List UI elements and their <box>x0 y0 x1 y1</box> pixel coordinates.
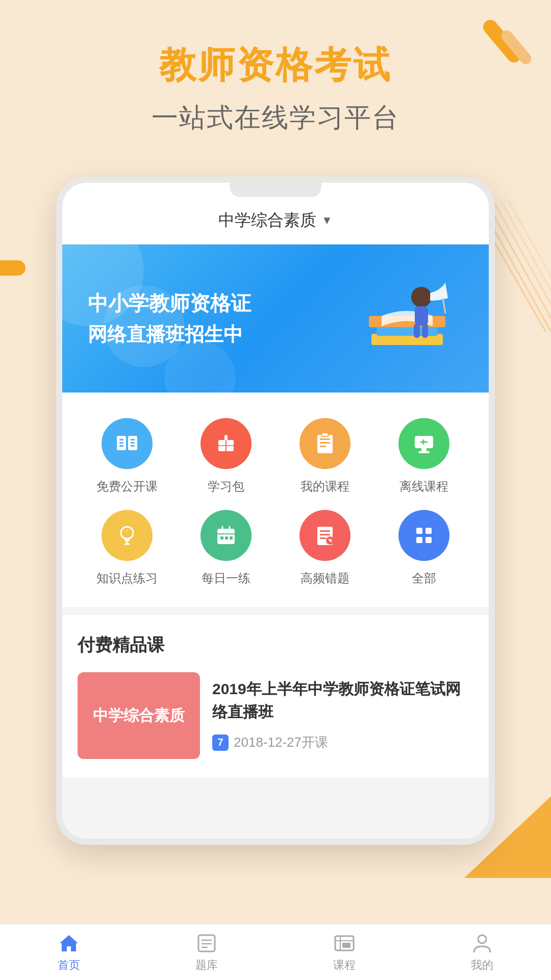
nav-questions-label: 题库 <box>195 958 218 973</box>
nav-item-mine[interactable]: 我的 <box>413 924 551 980</box>
learning-pack-icon <box>201 418 252 469</box>
nav-course-label: 课程 <box>333 958 356 973</box>
svg-rect-58 <box>425 528 432 534</box>
category-bar[interactable]: 中学综合素质 ▼ <box>62 197 489 244</box>
course-thumbnail: 中学综合素质 <box>78 672 200 759</box>
svg-rect-33 <box>321 433 329 436</box>
svg-rect-31 <box>320 442 330 444</box>
grid-item-learning-pack[interactable]: 学习包 <box>185 413 267 500</box>
offline-course-label: 离线课程 <box>399 478 448 495</box>
grid-item-offline-course[interactable]: 离线课程 <box>383 413 465 500</box>
svg-rect-49 <box>230 536 233 540</box>
nav-home-label: 首页 <box>58 958 80 973</box>
grid-item-daily-practice[interactable]: 每日一练 <box>185 505 267 592</box>
knowledge-label: 知识点练习 <box>96 570 158 586</box>
grid-row-2: 知识点练习 <box>78 505 473 592</box>
grid-row-1: 免费公开课 学习包 <box>78 413 473 500</box>
banner-illustration <box>361 267 463 370</box>
course-date: 7 2018-12-27开课 <box>212 733 473 751</box>
grid-item-my-course[interactable]: 我的课程 <box>284 413 366 500</box>
section-divider <box>62 607 489 615</box>
questions-icon <box>195 932 218 954</box>
my-course-icon <box>299 418 350 469</box>
nav-item-home[interactable]: 首页 <box>0 924 138 980</box>
svg-rect-57 <box>416 528 422 534</box>
frequent-errors-label: 高频错题 <box>300 570 349 586</box>
date-icon: 7 <box>212 734 229 751</box>
svg-rect-14 <box>415 306 428 326</box>
my-course-label: 我的课程 <box>300 478 349 495</box>
svg-line-7 <box>508 199 551 332</box>
all-icon <box>398 510 449 561</box>
svg-point-13 <box>411 287 432 307</box>
premium-section-title: 付费精品课 <box>78 633 473 657</box>
daily-practice-icon <box>201 510 252 561</box>
free-course-label: 免费公开课 <box>96 478 158 495</box>
banner[interactable]: 中小学教师资格证 网络直播班招生中 <box>62 244 489 393</box>
category-label: 中学综合素质 <box>218 209 316 232</box>
svg-rect-8 <box>0 260 26 276</box>
svg-rect-47 <box>220 536 223 540</box>
svg-rect-17 <box>422 324 428 338</box>
svg-rect-68 <box>342 943 350 948</box>
offline-course-icon <box>398 418 449 469</box>
nav-mine-label: 我的 <box>471 958 493 973</box>
course-thumb-text: 中学综合素质 <box>93 705 185 726</box>
svg-rect-36 <box>418 451 430 453</box>
svg-rect-29 <box>317 435 333 453</box>
nav-item-questions[interactable]: 题库 <box>138 924 276 980</box>
svg-rect-25 <box>131 445 135 447</box>
home-icon <box>58 932 80 954</box>
grid-item-frequent-errors[interactable]: 高频错题 <box>284 505 366 592</box>
app-header: 教师资格考试 一站式在线学习平台 <box>0 0 551 156</box>
course-nav-icon <box>333 932 356 954</box>
phone-content: 中学综合素质 ▼ 中小学教师资格证 网络直播班招生中 <box>62 197 489 839</box>
phone-frame: 中学综合素质 ▼ 中小学教师资格证 网络直播班招生中 <box>56 177 495 845</box>
svg-rect-52 <box>320 534 330 535</box>
svg-rect-60 <box>425 537 432 543</box>
svg-rect-20 <box>119 439 123 440</box>
svg-rect-48 <box>225 536 228 540</box>
svg-rect-22 <box>119 445 123 447</box>
grid-item-free-course[interactable]: 免费公开课 <box>86 413 168 500</box>
category-arrow-icon: ▼ <box>321 214 333 227</box>
course-title: 2019年上半年中学教师资格证笔试网络直播班 <box>212 677 473 723</box>
svg-rect-21 <box>119 442 123 444</box>
category-selector[interactable]: 中学综合素质 ▼ <box>218 209 333 232</box>
banner-subtitle: 网络直播班招生中 <box>88 322 361 348</box>
phone-notch <box>230 183 321 197</box>
knowledge-icon <box>102 510 153 561</box>
svg-rect-51 <box>320 530 330 532</box>
frequent-errors-icon <box>299 510 350 561</box>
grid-item-all[interactable]: 全部 <box>383 505 465 592</box>
banner-text: 中小学教师资格证 网络直播班招生中 <box>88 290 361 348</box>
svg-line-5 <box>492 199 551 332</box>
nav-item-course[interactable]: 课程 <box>276 924 413 980</box>
svg-line-15 <box>443 298 445 313</box>
daily-practice-label: 每日一练 <box>202 570 251 586</box>
svg-point-39 <box>121 527 133 539</box>
grid-section: 免费公开课 学习包 <box>62 393 489 607</box>
course-info: 2019年上半年中学教师资格证笔试网络直播班 7 2018-12-27开课 <box>212 672 473 751</box>
svg-rect-35 <box>421 448 427 451</box>
mine-icon <box>471 932 493 954</box>
svg-rect-30 <box>320 438 330 440</box>
course-date-text: 2018-12-27开课 <box>234 733 328 751</box>
svg-rect-23 <box>131 439 135 440</box>
course-card[interactable]: 中学综合素质 2019年上半年中学教师资格证笔试网络直播班 7 2018-12-… <box>78 672 473 759</box>
svg-point-69 <box>478 935 486 943</box>
grid-item-knowledge[interactable]: 知识点练习 <box>86 505 168 592</box>
svg-rect-32 <box>320 446 326 447</box>
all-label: 全部 <box>412 570 436 586</box>
svg-rect-16 <box>414 324 420 338</box>
svg-rect-53 <box>320 537 326 539</box>
deco-left-mid <box>0 245 41 327</box>
learning-pack-label: 学习包 <box>208 478 244 495</box>
phone-mockup: 中学综合素质 ▼ 中小学教师资格证 网络直播班招生中 <box>56 177 495 845</box>
app-title: 教师资格考试 <box>20 41 531 90</box>
svg-line-6 <box>500 199 551 332</box>
banner-title: 中小学教师资格证 <box>88 290 361 316</box>
premium-section: 付费精品课 中学综合素质 2019年上半年中学教师资格证笔试网络直播班 7 20… <box>62 615 489 777</box>
free-course-icon <box>102 418 153 469</box>
svg-rect-59 <box>416 537 422 543</box>
